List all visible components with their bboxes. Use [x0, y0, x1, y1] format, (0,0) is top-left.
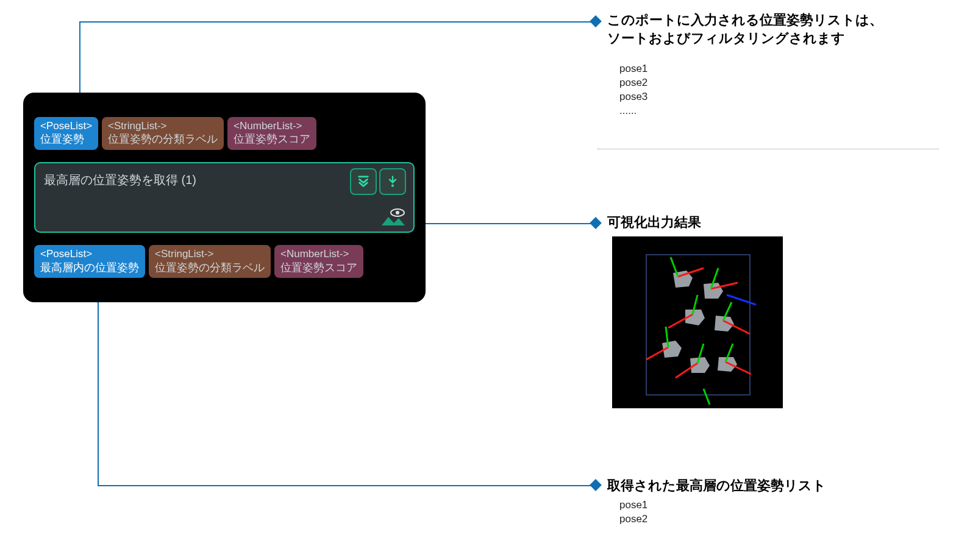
connector-endpoint-filled	[590, 15, 602, 27]
connector-line	[407, 223, 595, 224]
port-type: <StringList->	[108, 119, 218, 132]
port-label: 最高層内の位置姿勢	[40, 261, 139, 275]
download-arrow-icon	[387, 175, 399, 188]
callout-body: pose1 pose2	[619, 498, 949, 526]
port-label: 位置姿勢スコア	[280, 261, 357, 275]
output-port-row: <PoseList> 最高層内の位置姿勢 <StringList-> 位置姿勢の…	[34, 245, 363, 278]
visualize-output-icon-svg	[379, 208, 406, 227]
svg-point-3	[396, 211, 399, 214]
callout-title-line2: ソートおよびフィルタリングされます	[607, 29, 949, 48]
port-label: 位置姿勢の分類ラベル	[155, 261, 265, 275]
port-type: <NumberList->	[280, 247, 357, 260]
divider	[597, 149, 939, 149]
port-type: <PoseList>	[40, 247, 139, 260]
step-body[interactable]: 最高層の位置姿勢を取得 (1)	[34, 162, 415, 233]
port-type: <PoseList>	[40, 119, 92, 132]
callout-body: pose1 pose2 pose3 ......	[619, 62, 949, 118]
input-port-poselist[interactable]: <PoseList> 位置姿勢	[34, 117, 98, 150]
run-step-button[interactable]	[379, 168, 406, 195]
output-port-numberlist[interactable]: <NumberList-> 位置姿勢スコア	[274, 245, 363, 278]
visualization-preview	[612, 236, 783, 408]
svg-point-1	[391, 185, 394, 187]
output-port-poselist[interactable]: <PoseList> 最高層内の位置姿勢	[34, 245, 145, 278]
callout-title-line1: このポートに入力される位置姿勢リストは、	[607, 11, 949, 29]
port-label: 位置姿勢の分類ラベル	[108, 132, 218, 146]
connector-line	[98, 292, 99, 486]
port-label: 位置姿勢	[40, 132, 92, 146]
connector-endpoint-filled	[590, 479, 602, 491]
output-port-stringlist[interactable]: <StringList-> 位置姿勢の分類ラベル	[149, 245, 271, 278]
callout-output-poselist: 取得された最高層の位置姿勢リスト pose1 pose2	[607, 477, 949, 526]
input-port-numberlist[interactable]: <NumberList-> 位置姿勢スコア	[227, 117, 316, 150]
visualization-preview-svg	[612, 236, 783, 408]
visualize-output-icon[interactable]	[379, 208, 406, 227]
connector-line	[98, 485, 595, 486]
callout-input-poselist: このポートに入力される位置姿勢リストは、 ソートおよびフィルタリングされます p…	[607, 11, 949, 118]
double-down-icon	[357, 175, 370, 188]
input-port-stringlist[interactable]: <StringList-> 位置姿勢の分類ラベル	[102, 117, 224, 150]
step-node: <PoseList> 位置姿勢 <StringList-> 位置姿勢の分類ラベル…	[23, 93, 426, 302]
svg-line-20	[704, 389, 710, 405]
port-type: <NumberList->	[234, 119, 310, 132]
connector-endpoint-filled	[590, 217, 602, 229]
port-type: <StringList->	[155, 247, 265, 260]
input-port-row: <PoseList> 位置姿勢 <StringList-> 位置姿勢の分類ラベル…	[34, 117, 316, 150]
callout-title: 取得された最高層の位置姿勢リスト	[607, 477, 949, 495]
connector-line	[79, 21, 595, 23]
expand-down-button[interactable]	[350, 168, 377, 195]
callout-visualization-title: 可視化出力結果	[607, 213, 701, 232]
step-title: 最高層の位置姿勢を取得 (1)	[44, 172, 196, 188]
port-label: 位置姿勢スコア	[234, 132, 310, 146]
